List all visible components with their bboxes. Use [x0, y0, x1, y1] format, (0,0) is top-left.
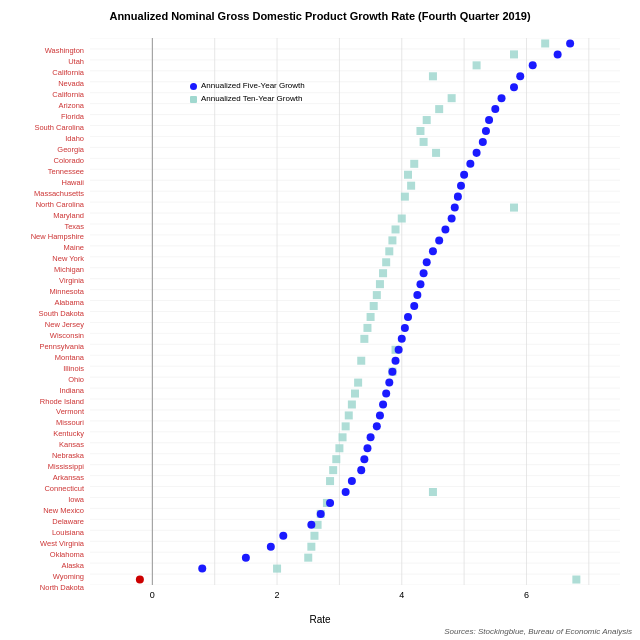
- svg-rect-66: [429, 72, 437, 80]
- y-label: New Jersey: [45, 321, 84, 329]
- svg-point-148: [307, 521, 315, 529]
- svg-rect-97: [385, 247, 393, 255]
- svg-point-86: [457, 182, 465, 190]
- svg-point-96: [435, 236, 443, 244]
- chart-svg: [90, 38, 620, 585]
- y-label: Pennsylvania: [39, 343, 84, 351]
- y-label: Maine: [64, 244, 84, 252]
- svg-rect-133: [335, 444, 343, 452]
- y-label: Virginia: [59, 277, 84, 285]
- svg-rect-103: [376, 280, 384, 288]
- svg-point-104: [416, 280, 424, 288]
- svg-point-128: [376, 411, 384, 419]
- y-label: Wisconsin: [50, 332, 84, 340]
- svg-point-144: [326, 499, 334, 507]
- y-label: Utah: [68, 58, 84, 66]
- y-label: Kansas: [59, 441, 84, 449]
- svg-point-61: [566, 39, 574, 47]
- y-label: Tennessee: [48, 168, 84, 176]
- svg-rect-89: [510, 204, 518, 212]
- svg-rect-81: [410, 160, 418, 168]
- y-label: New Hampshire: [31, 233, 84, 241]
- y-label: Nebraska: [52, 452, 84, 460]
- x-tick-label: 0: [150, 590, 155, 600]
- svg-point-92: [448, 214, 456, 222]
- y-label: Connecticut: [44, 485, 84, 493]
- svg-rect-87: [401, 193, 409, 201]
- svg-rect-62: [510, 50, 518, 58]
- svg-rect-131: [339, 433, 347, 441]
- svg-rect-73: [423, 116, 431, 124]
- svg-point-90: [451, 204, 459, 212]
- svg-rect-101: [379, 269, 387, 277]
- source-text: Sources: Stockingblue, Bureau of Economi…: [444, 627, 632, 636]
- svg-rect-64: [473, 61, 481, 69]
- svg-point-88: [454, 193, 462, 201]
- y-label: Oklahoma: [50, 550, 84, 558]
- y-label: Hawaii: [61, 179, 84, 187]
- ten-year-label: Annualized Ten-Year Growth: [201, 93, 302, 106]
- svg-point-110: [404, 313, 412, 321]
- svg-point-84: [460, 171, 468, 179]
- y-label: California: [52, 91, 84, 99]
- svg-point-154: [242, 554, 250, 562]
- svg-point-118: [392, 357, 400, 365]
- chart-area: Annualized Five-Year Growth Annualized T…: [90, 38, 620, 585]
- svg-rect-129: [342, 422, 350, 430]
- svg-rect-113: [360, 335, 368, 343]
- y-label: Maryland: [53, 211, 84, 219]
- svg-point-72: [491, 105, 499, 113]
- svg-point-78: [479, 138, 487, 146]
- svg-rect-139: [326, 477, 334, 485]
- y-label: Alabama: [54, 299, 84, 307]
- y-label: Louisiana: [52, 529, 84, 537]
- y-label: Arizona: [59, 102, 84, 110]
- svg-rect-75: [416, 127, 424, 135]
- y-label: Arkansas: [53, 474, 84, 482]
- svg-rect-83: [404, 171, 412, 179]
- svg-rect-111: [363, 324, 371, 332]
- y-label: Vermont: [56, 408, 84, 416]
- chart-title: Annualized Nominal Gross Domestic Produc…: [0, 10, 640, 22]
- svg-point-108: [410, 302, 418, 310]
- svg-point-130: [373, 422, 381, 430]
- svg-point-136: [360, 455, 368, 463]
- y-label: Indiana: [59, 386, 84, 394]
- svg-rect-157: [572, 576, 580, 584]
- y-label: Rhode Island: [40, 397, 84, 405]
- y-label: New York: [52, 255, 84, 263]
- svg-point-146: [317, 510, 325, 518]
- x-axis-title: Rate: [0, 614, 640, 625]
- svg-rect-85: [407, 182, 415, 190]
- y-label: Minnesota: [49, 288, 84, 296]
- y-label: Montana: [55, 354, 84, 362]
- y-label: South Carolina: [34, 124, 84, 132]
- svg-point-112: [401, 324, 409, 332]
- y-label: Nevada: [58, 80, 84, 88]
- y-label: South Dakota: [39, 310, 84, 318]
- svg-rect-95: [388, 236, 396, 244]
- y-label: Washington: [45, 47, 84, 55]
- svg-point-102: [420, 269, 428, 277]
- svg-rect-107: [370, 302, 378, 310]
- svg-point-80: [473, 149, 481, 157]
- svg-point-100: [423, 258, 431, 266]
- y-label: New Mexico: [43, 507, 84, 515]
- y-label: Texas: [64, 222, 84, 230]
- svg-point-114: [398, 335, 406, 343]
- legend-ten-year: Annualized Ten-Year Growth: [190, 93, 305, 106]
- svg-rect-93: [392, 225, 400, 233]
- y-label: Georgia: [57, 146, 84, 154]
- x-tick-label: 6: [524, 590, 529, 600]
- svg-rect-77: [420, 138, 428, 146]
- svg-point-70: [498, 94, 506, 102]
- svg-point-120: [388, 368, 396, 376]
- x-tick-label: 2: [275, 590, 280, 600]
- svg-rect-99: [382, 258, 390, 266]
- y-label: Kentucky: [53, 430, 84, 438]
- y-label: Ohio: [68, 375, 84, 383]
- y-label: Colorado: [54, 157, 84, 165]
- svg-point-158: [136, 576, 144, 584]
- svg-point-82: [466, 160, 474, 168]
- svg-point-122: [385, 379, 393, 387]
